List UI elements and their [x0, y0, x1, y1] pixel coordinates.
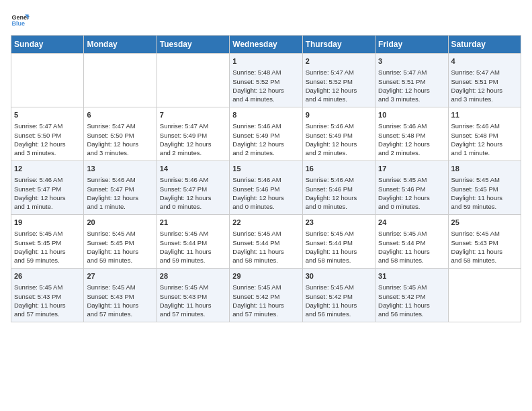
day-info: Sunset: 5:44 PM: [160, 238, 226, 247]
day-info: Sunrise: 5:46 AM: [306, 175, 372, 184]
day-info: Sunrise: 5:47 AM: [87, 122, 153, 130]
calendar-cell: 29Sunrise: 5:45 AMSunset: 5:42 PMDayligh…: [230, 269, 302, 322]
day-info: Sunset: 5:51 PM: [378, 77, 445, 86]
day-header-sunday: Sunday: [11, 36, 84, 54]
calendar-cell: 26Sunrise: 5:45 AMSunset: 5:43 PMDayligh…: [11, 269, 84, 322]
day-info: Sunset: 5:52 PM: [306, 77, 372, 86]
day-number: 9: [306, 110, 372, 120]
day-info: Sunrise: 5:45 AM: [451, 229, 518, 238]
calendar-cell: [448, 269, 521, 322]
day-info: and 57 minutes.: [232, 310, 299, 318]
day-number: 21: [160, 218, 226, 228]
calendar-cell: 7Sunrise: 5:47 AMSunset: 5:49 PMDaylight…: [157, 107, 229, 161]
day-info: Daylight: 11 hours: [14, 301, 81, 310]
day-info: Sunrise: 5:45 AM: [87, 229, 153, 238]
calendar-table: SundayMondayTuesdayWednesdayThursdayFrid…: [11, 35, 521, 322]
day-info: Sunrise: 5:45 AM: [14, 283, 81, 291]
day-info: and 0 minutes.: [160, 202, 226, 211]
day-header-friday: Friday: [375, 36, 448, 54]
calendar-cell: 30Sunrise: 5:45 AMSunset: 5:42 PMDayligh…: [302, 269, 375, 322]
day-info: Sunset: 5:43 PM: [451, 238, 518, 247]
day-number: 12: [14, 164, 81, 174]
day-header-wednesday: Wednesday: [230, 36, 302, 54]
day-info: Sunrise: 5:45 AM: [160, 283, 226, 291]
day-info: and 0 minutes.: [378, 202, 445, 211]
day-info: Daylight: 11 hours: [451, 247, 518, 256]
day-number: 10: [378, 110, 445, 120]
day-info: Sunrise: 5:45 AM: [306, 283, 372, 291]
day-info: and 59 minutes.: [160, 256, 226, 265]
day-info: Sunset: 5:47 PM: [14, 185, 81, 193]
day-info: Daylight: 12 hours: [160, 193, 226, 202]
day-info: Sunrise: 5:47 AM: [451, 68, 518, 77]
day-info: and 57 minutes.: [160, 310, 226, 318]
day-number: 25: [451, 218, 518, 228]
calendar-cell: 15Sunrise: 5:46 AMSunset: 5:46 PMDayligh…: [230, 161, 302, 215]
day-number: 2: [306, 56, 372, 66]
day-info: Sunset: 5:47 PM: [160, 185, 226, 193]
day-info: Daylight: 12 hours: [451, 140, 518, 148]
calendar-cell: 17Sunrise: 5:45 AMSunset: 5:46 PMDayligh…: [375, 161, 448, 215]
day-info: Daylight: 11 hours: [232, 301, 299, 310]
day-info: Daylight: 12 hours: [14, 140, 81, 148]
day-info: Daylight: 11 hours: [87, 301, 153, 310]
svg-text:Blue: Blue: [11, 20, 25, 27]
calendar-cell: 10Sunrise: 5:46 AMSunset: 5:48 PMDayligh…: [375, 107, 448, 161]
day-info: and 2 minutes.: [232, 148, 299, 157]
day-number: 19: [14, 218, 81, 228]
day-info: Sunrise: 5:45 AM: [232, 283, 299, 291]
calendar-cell: 4Sunrise: 5:47 AMSunset: 5:51 PMDaylight…: [448, 54, 521, 107]
calendar-cell: 19Sunrise: 5:45 AMSunset: 5:45 PMDayligh…: [11, 215, 84, 269]
day-info: Sunset: 5:42 PM: [378, 292, 445, 301]
day-info: Daylight: 12 hours: [232, 193, 299, 202]
day-info: Daylight: 12 hours: [306, 193, 372, 202]
day-info: Sunrise: 5:47 AM: [306, 68, 372, 77]
day-info: Sunset: 5:44 PM: [232, 238, 299, 247]
day-info: Sunset: 5:47 PM: [87, 185, 153, 193]
day-number: 1: [232, 56, 299, 66]
week-row-1: 5Sunrise: 5:47 AMSunset: 5:50 PMDaylight…: [11, 107, 521, 161]
day-number: 23: [306, 218, 372, 228]
calendar-cell: 21Sunrise: 5:45 AMSunset: 5:44 PMDayligh…: [157, 215, 229, 269]
calendar-cell: 24Sunrise: 5:45 AMSunset: 5:44 PMDayligh…: [375, 215, 448, 269]
day-info: Sunset: 5:42 PM: [306, 292, 372, 301]
day-info: and 1 minute.: [87, 202, 153, 211]
day-info: Daylight: 11 hours: [378, 247, 445, 256]
day-info: Daylight: 11 hours: [306, 301, 372, 310]
day-info: and 59 minutes.: [14, 256, 81, 265]
calendar-cell: 31Sunrise: 5:45 AMSunset: 5:42 PMDayligh…: [375, 269, 448, 322]
day-info: and 0 minutes.: [232, 202, 299, 211]
calendar-cell: 20Sunrise: 5:45 AMSunset: 5:45 PMDayligh…: [84, 215, 157, 269]
day-number: 5: [14, 110, 81, 120]
day-number: 18: [451, 164, 518, 174]
day-info: Sunset: 5:49 PM: [306, 131, 372, 140]
calendar-cell: 28Sunrise: 5:45 AMSunset: 5:43 PMDayligh…: [157, 269, 229, 322]
day-info: Sunset: 5:44 PM: [306, 238, 372, 247]
day-info: Daylight: 12 hours: [232, 86, 299, 95]
day-number: 26: [14, 271, 81, 281]
calendar-cell: 11Sunrise: 5:46 AMSunset: 5:48 PMDayligh…: [448, 107, 521, 161]
day-info: Daylight: 12 hours: [378, 193, 445, 202]
calendar-cell: 18Sunrise: 5:45 AMSunset: 5:45 PMDayligh…: [448, 161, 521, 215]
day-info: and 57 minutes.: [14, 310, 81, 318]
day-info: and 56 minutes.: [378, 310, 445, 318]
day-info: Daylight: 12 hours: [87, 140, 153, 148]
calendar-cell: 16Sunrise: 5:46 AMSunset: 5:46 PMDayligh…: [302, 161, 375, 215]
day-info: Daylight: 12 hours: [378, 140, 445, 148]
day-info: Daylight: 12 hours: [87, 193, 153, 202]
calendar-cell: 2Sunrise: 5:47 AMSunset: 5:52 PMDaylight…: [302, 54, 375, 107]
day-info: Daylight: 11 hours: [160, 301, 226, 310]
day-number: 28: [160, 271, 226, 281]
calendar-cell: 6Sunrise: 5:47 AMSunset: 5:50 PMDaylight…: [84, 107, 157, 161]
week-row-2: 12Sunrise: 5:46 AMSunset: 5:47 PMDayligh…: [11, 161, 521, 215]
day-info: Sunset: 5:45 PM: [451, 185, 518, 193]
day-info: and 58 minutes.: [306, 256, 372, 265]
day-info: Sunrise: 5:46 AM: [14, 175, 81, 184]
day-info: Sunrise: 5:45 AM: [160, 229, 226, 238]
week-row-4: 26Sunrise: 5:45 AMSunset: 5:43 PMDayligh…: [11, 269, 521, 322]
day-info: and 2 minutes.: [160, 148, 226, 157]
day-header-saturday: Saturday: [448, 36, 521, 54]
logo-icon: General Blue: [11, 11, 30, 30]
day-info: Sunset: 5:45 PM: [87, 238, 153, 247]
day-info: Sunset: 5:50 PM: [14, 131, 81, 140]
